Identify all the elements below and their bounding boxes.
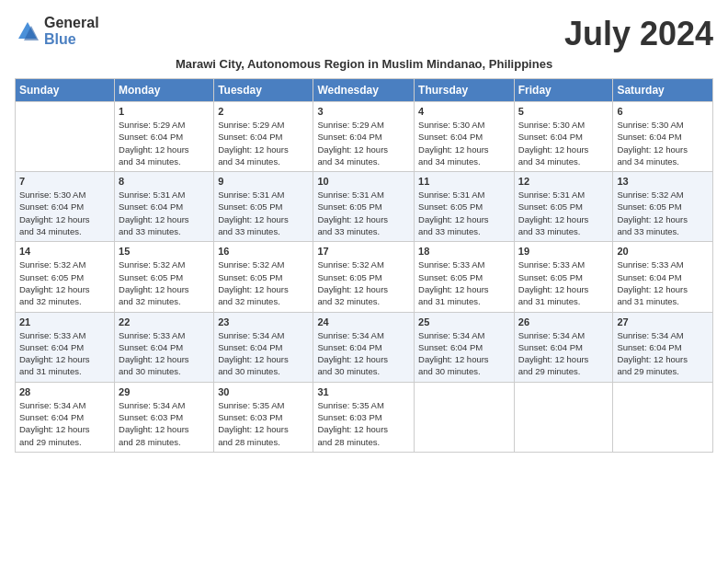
calendar-cell: 17Sunrise: 5:32 AM Sunset: 6:05 PM Dayli… xyxy=(313,242,415,312)
day-number: 30 xyxy=(218,386,309,397)
day-number: 19 xyxy=(518,246,609,257)
day-info: Sunrise: 5:31 AM Sunset: 6:04 PM Dayligh… xyxy=(119,189,210,237)
calendar-cell xyxy=(415,382,515,452)
calendar-cell: 31Sunrise: 5:35 AM Sunset: 6:03 PM Dayli… xyxy=(313,382,415,452)
calendar-cell: 15Sunrise: 5:32 AM Sunset: 6:05 PM Dayli… xyxy=(115,242,214,312)
day-info: Sunrise: 5:34 AM Sunset: 6:04 PM Dayligh… xyxy=(418,329,510,378)
calendar-body: 1Sunrise: 5:29 AM Sunset: 6:04 PM Daylig… xyxy=(16,102,713,453)
calendar-cell xyxy=(514,382,613,452)
day-number: 10 xyxy=(317,176,410,187)
calendar-cell: 3Sunrise: 5:29 AM Sunset: 6:04 PM Daylig… xyxy=(313,102,415,172)
calendar-cell: 16Sunrise: 5:32 AM Sunset: 6:05 PM Dayli… xyxy=(214,242,313,312)
day-number: 13 xyxy=(617,176,709,187)
day-number: 7 xyxy=(19,176,110,187)
day-info: Sunrise: 5:34 AM Sunset: 6:04 PM Dayligh… xyxy=(218,329,309,378)
day-info: Sunrise: 5:32 AM Sunset: 6:05 PM Dayligh… xyxy=(617,189,709,237)
calendar-cell: 30Sunrise: 5:35 AM Sunset: 6:03 PM Dayli… xyxy=(214,382,313,452)
column-header-saturday: Saturday xyxy=(613,79,713,102)
day-number: 3 xyxy=(317,106,410,117)
day-info: Sunrise: 5:33 AM Sunset: 6:04 PM Dayligh… xyxy=(119,329,210,378)
day-number: 16 xyxy=(218,246,309,257)
day-number: 18 xyxy=(418,246,510,257)
day-info: Sunrise: 5:33 AM Sunset: 6:05 PM Dayligh… xyxy=(418,259,510,307)
calendar-cell: 28Sunrise: 5:34 AM Sunset: 6:04 PM Dayli… xyxy=(16,382,115,452)
day-info: Sunrise: 5:35 AM Sunset: 6:03 PM Dayligh… xyxy=(218,399,309,448)
calendar-cell: 5Sunrise: 5:30 AM Sunset: 6:04 PM Daylig… xyxy=(514,102,613,172)
week-row-4: 21Sunrise: 5:33 AM Sunset: 6:04 PM Dayli… xyxy=(16,312,713,382)
week-row-5: 28Sunrise: 5:34 AM Sunset: 6:04 PM Dayli… xyxy=(16,382,713,452)
day-info: Sunrise: 5:34 AM Sunset: 6:03 PM Dayligh… xyxy=(119,399,210,448)
calendar-cell: 24Sunrise: 5:34 AM Sunset: 6:04 PM Dayli… xyxy=(313,312,415,382)
calendar-cell: 29Sunrise: 5:34 AM Sunset: 6:03 PM Dayli… xyxy=(115,382,214,452)
day-number: 11 xyxy=(418,176,510,187)
day-info: Sunrise: 5:33 AM Sunset: 6:04 PM Dayligh… xyxy=(19,329,110,378)
calendar-cell: 4Sunrise: 5:30 AM Sunset: 6:04 PM Daylig… xyxy=(415,102,515,172)
calendar-cell: 10Sunrise: 5:31 AM Sunset: 6:05 PM Dayli… xyxy=(313,172,415,242)
calendar-cell: 11Sunrise: 5:31 AM Sunset: 6:05 PM Dayli… xyxy=(415,172,515,242)
day-info: Sunrise: 5:29 AM Sunset: 6:04 PM Dayligh… xyxy=(119,119,210,167)
day-info: Sunrise: 5:33 AM Sunset: 6:05 PM Dayligh… xyxy=(518,259,609,307)
day-info: Sunrise: 5:31 AM Sunset: 6:05 PM Dayligh… xyxy=(418,189,510,237)
day-number: 1 xyxy=(119,106,210,117)
calendar-table: SundayMondayTuesdayWednesdayThursdayFrid… xyxy=(15,78,713,453)
calendar-cell: 18Sunrise: 5:33 AM Sunset: 6:05 PM Dayli… xyxy=(415,242,515,312)
day-info: Sunrise: 5:31 AM Sunset: 6:05 PM Dayligh… xyxy=(218,189,309,237)
calendar-cell xyxy=(16,102,115,172)
day-number: 22 xyxy=(119,316,210,327)
calendar-cell: 19Sunrise: 5:33 AM Sunset: 6:05 PM Dayli… xyxy=(514,242,613,312)
calendar-cell: 9Sunrise: 5:31 AM Sunset: 6:05 PM Daylig… xyxy=(214,172,313,242)
calendar-cell xyxy=(613,382,713,452)
calendar-cell: 12Sunrise: 5:31 AM Sunset: 6:05 PM Dayli… xyxy=(514,172,613,242)
day-number: 20 xyxy=(617,246,709,257)
month-title: July 2024 xyxy=(564,15,713,53)
day-info: Sunrise: 5:30 AM Sunset: 6:04 PM Dayligh… xyxy=(19,189,110,237)
day-number: 21 xyxy=(19,316,110,327)
logo-general: General xyxy=(44,15,99,31)
day-info: Sunrise: 5:33 AM Sunset: 6:04 PM Dayligh… xyxy=(617,259,709,307)
week-row-3: 14Sunrise: 5:32 AM Sunset: 6:05 PM Dayli… xyxy=(16,242,713,312)
day-info: Sunrise: 5:34 AM Sunset: 6:04 PM Dayligh… xyxy=(518,329,609,378)
day-number: 27 xyxy=(617,316,709,327)
calendar-cell: 14Sunrise: 5:32 AM Sunset: 6:05 PM Dayli… xyxy=(16,242,115,312)
column-header-wednesday: Wednesday xyxy=(313,79,415,102)
day-number: 9 xyxy=(218,176,309,187)
day-info: Sunrise: 5:35 AM Sunset: 6:03 PM Dayligh… xyxy=(317,399,410,448)
subtitle: Marawi City, Autonomous Region in Muslim… xyxy=(15,57,713,71)
day-number: 4 xyxy=(418,106,510,117)
day-info: Sunrise: 5:29 AM Sunset: 6:04 PM Dayligh… xyxy=(218,119,309,167)
day-info: Sunrise: 5:32 AM Sunset: 6:05 PM Dayligh… xyxy=(119,259,210,307)
header: General Blue July 2024 xyxy=(15,15,713,53)
day-number: 31 xyxy=(317,386,410,397)
day-info: Sunrise: 5:32 AM Sunset: 6:05 PM Dayligh… xyxy=(317,259,410,307)
week-row-2: 7Sunrise: 5:30 AM Sunset: 6:04 PM Daylig… xyxy=(16,172,713,242)
calendar-cell: 22Sunrise: 5:33 AM Sunset: 6:04 PM Dayli… xyxy=(115,312,214,382)
column-header-sunday: Sunday xyxy=(16,79,115,102)
calendar-cell: 7Sunrise: 5:30 AM Sunset: 6:04 PM Daylig… xyxy=(16,172,115,242)
calendar-cell: 23Sunrise: 5:34 AM Sunset: 6:04 PM Dayli… xyxy=(214,312,313,382)
logo: General Blue xyxy=(15,15,99,47)
day-info: Sunrise: 5:31 AM Sunset: 6:05 PM Dayligh… xyxy=(518,189,609,237)
day-number: 28 xyxy=(19,386,110,397)
calendar-cell: 13Sunrise: 5:32 AM Sunset: 6:05 PM Dayli… xyxy=(613,172,713,242)
calendar-cell: 25Sunrise: 5:34 AM Sunset: 6:04 PM Dayli… xyxy=(415,312,515,382)
calendar-cell: 1Sunrise: 5:29 AM Sunset: 6:04 PM Daylig… xyxy=(115,102,214,172)
day-number: 8 xyxy=(119,176,210,187)
day-number: 5 xyxy=(518,106,609,117)
day-info: Sunrise: 5:30 AM Sunset: 6:04 PM Dayligh… xyxy=(518,119,609,167)
calendar-header-row: SundayMondayTuesdayWednesdayThursdayFrid… xyxy=(16,79,713,102)
column-header-tuesday: Tuesday xyxy=(214,79,313,102)
day-info: Sunrise: 5:34 AM Sunset: 6:04 PM Dayligh… xyxy=(317,329,410,378)
week-row-1: 1Sunrise: 5:29 AM Sunset: 6:04 PM Daylig… xyxy=(16,102,713,172)
day-info: Sunrise: 5:30 AM Sunset: 6:04 PM Dayligh… xyxy=(418,119,510,167)
calendar-cell: 6Sunrise: 5:30 AM Sunset: 6:04 PM Daylig… xyxy=(613,102,713,172)
day-info: Sunrise: 5:31 AM Sunset: 6:05 PM Dayligh… xyxy=(317,189,410,237)
day-number: 2 xyxy=(218,106,309,117)
column-header-friday: Friday xyxy=(514,79,613,102)
day-number: 23 xyxy=(218,316,309,327)
calendar-cell: 26Sunrise: 5:34 AM Sunset: 6:04 PM Dayli… xyxy=(514,312,613,382)
logo-icon xyxy=(15,18,40,44)
day-number: 14 xyxy=(19,246,110,257)
day-info: Sunrise: 5:34 AM Sunset: 6:04 PM Dayligh… xyxy=(617,329,709,378)
calendar-cell: 8Sunrise: 5:31 AM Sunset: 6:04 PM Daylig… xyxy=(115,172,214,242)
calendar-cell: 21Sunrise: 5:33 AM Sunset: 6:04 PM Dayli… xyxy=(16,312,115,382)
